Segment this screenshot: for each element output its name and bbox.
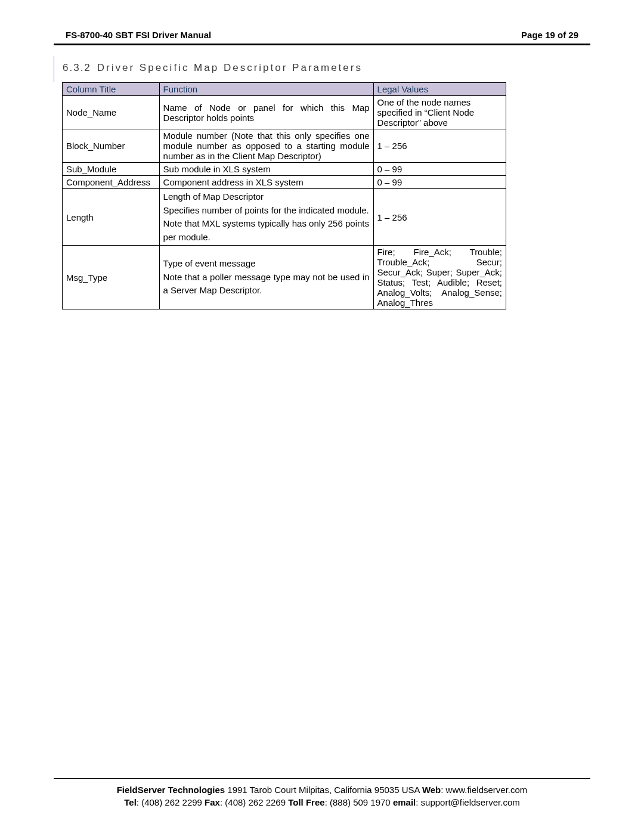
footer-email-value: : support@fieldserver.com bbox=[416, 797, 519, 807]
page-header: FS-8700-40 SBT FSI Driver Manual Page 19… bbox=[54, 30, 590, 44]
cell-legal: One of the node names specified in “Clie… bbox=[373, 96, 506, 129]
cell-function-line: Type of event message bbox=[163, 257, 370, 271]
cell-title: Node_Name bbox=[63, 96, 160, 129]
footer-web-value: : www.fieldserver.com bbox=[441, 785, 527, 795]
section-number: 6.3.2 bbox=[63, 62, 91, 73]
cell-function: Sub module in XLS system bbox=[159, 163, 373, 176]
cell-legal: 0 – 99 bbox=[373, 163, 506, 176]
doc-title: FS-8700-40 SBT FSI Driver Manual bbox=[66, 30, 211, 40]
cell-legal: 1 – 256 bbox=[373, 129, 506, 163]
cell-function: Length of Map Descriptor Specifies numbe… bbox=[159, 189, 373, 246]
table-header-row: Column Title Function Legal Values bbox=[63, 83, 506, 96]
page-of: of bbox=[555, 30, 569, 40]
table-row: Node_Name Name of Node or panel for whic… bbox=[63, 96, 506, 129]
table-row: Component_Address Component address in X… bbox=[63, 176, 506, 189]
section-title: Driver Specific Map Descriptor Parameter… bbox=[97, 62, 363, 73]
cell-title: Block_Number bbox=[63, 129, 160, 163]
footer-company: FieldServer Technologies bbox=[117, 785, 225, 795]
cell-legal: 1 – 256 bbox=[373, 189, 506, 246]
cell-function: Component address in XLS system bbox=[159, 176, 373, 189]
footer-address: 1991 Tarob Court Milpitas, California 95… bbox=[225, 785, 422, 795]
header-rule bbox=[54, 44, 590, 45]
cell-function: Type of event message Note that a poller… bbox=[159, 246, 373, 309]
footer-fax-value: : (408) 262 2269 bbox=[220, 797, 288, 807]
header-column-title: Column Title bbox=[63, 83, 160, 96]
footer-fax-label: Fax bbox=[205, 797, 220, 807]
cell-function-line: Length of Map Descriptor bbox=[163, 190, 370, 204]
footer-line-2: Tel: (408) 262 2299 Fax: (408) 262 2269 … bbox=[54, 796, 590, 809]
footer-tollfree-label: Toll Free bbox=[288, 797, 324, 807]
parameters-table: Column Title Function Legal Values Node_… bbox=[62, 82, 506, 309]
footer-tel-label: Tel bbox=[124, 797, 137, 807]
table-row: Length Length of Map Descriptor Specifie… bbox=[63, 189, 506, 246]
table-row: Msg_Type Type of event message Note that… bbox=[63, 246, 506, 309]
footer-email-label: email bbox=[393, 797, 416, 807]
header-legal-values: Legal Values bbox=[373, 83, 506, 96]
page-prefix: Page bbox=[521, 30, 545, 40]
cell-legal: Fire; Fire_Ack; Trouble; Trouble_Ack; Se… bbox=[373, 246, 506, 309]
header-function: Function bbox=[159, 83, 373, 96]
section-heading: 6.3.2Driver Specific Map Descriptor Para… bbox=[54, 56, 590, 82]
cell-function: Name of Node or panel for which this Map… bbox=[159, 96, 373, 129]
cell-function: Module number (Note that this only speci… bbox=[159, 129, 373, 163]
page-current: 19 bbox=[545, 30, 555, 40]
footer-rule bbox=[54, 778, 590, 779]
cell-title: Component_Address bbox=[63, 176, 160, 189]
cell-legal: 0 – 99 bbox=[373, 176, 506, 189]
cell-title: Length bbox=[63, 189, 160, 246]
table-row: Block_Number Module number (Note that th… bbox=[63, 129, 506, 163]
cell-function-line: Specifies number of points for the indic… bbox=[163, 204, 370, 244]
footer-web-label: Web bbox=[422, 785, 441, 795]
page-total: 29 bbox=[568, 30, 578, 40]
table-row: Sub_Module Sub module in XLS system 0 – … bbox=[63, 163, 506, 176]
page-footer: FieldServer Technologies 1991 Tarob Cour… bbox=[54, 778, 590, 810]
cell-title: Sub_Module bbox=[63, 163, 160, 176]
footer-tel-value: : (408) 262 2299 bbox=[137, 797, 205, 807]
cell-function-line: Note that a poller message type may not … bbox=[163, 271, 370, 298]
footer-tollfree-value: : (888) 509 1970 bbox=[325, 797, 393, 807]
footer-line-1: FieldServer Technologies 1991 Tarob Cour… bbox=[54, 784, 590, 797]
cell-title: Msg_Type bbox=[63, 246, 160, 309]
page-indicator: Page 19 of 29 bbox=[521, 30, 578, 40]
